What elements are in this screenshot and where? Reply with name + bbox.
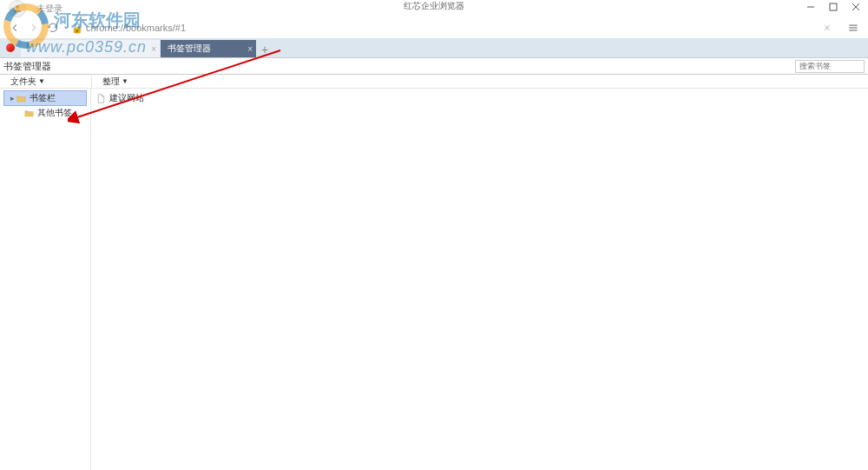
url-input[interactable]: 🔒 chrome://bookmarks/#1 [68, 21, 812, 36]
list-item-label: 建议网站 [109, 92, 144, 104]
tab-close-icon[interactable]: × [247, 44, 253, 54]
manage-label: 整理 [102, 76, 120, 88]
titlebar: 未登录 红芯企业浏览器 [0, 0, 868, 12]
folders-label: 文件夹 [10, 76, 36, 88]
menu-button[interactable] [844, 18, 863, 37]
url-text: chrome://bookmarks/#1 [86, 23, 186, 33]
tree-label: 其他书签 [37, 107, 72, 119]
folder-icon [24, 109, 34, 117]
bookmark-list: 建议网站 [91, 89, 868, 470]
close-button[interactable] [851, 2, 861, 12]
chevron-down-icon: ▼ [122, 77, 128, 85]
document-icon [96, 94, 106, 103]
user-avatar[interactable] [9, 0, 26, 17]
security-icon: 🔒 [71, 23, 83, 33]
chevron-down-icon: ▼ [38, 77, 45, 85]
tab-bookmarks-manager[interactable]: 书签管理器 × [161, 40, 256, 57]
user-icon [12, 3, 23, 14]
folders-dropdown[interactable]: 文件夹 ▼ [10, 76, 91, 88]
tab-blank[interactable]: × [21, 40, 160, 57]
minimize-button[interactable] [806, 2, 816, 12]
home-icon [6, 43, 15, 52]
tree-item-bookmarks-bar[interactable]: ▸ 书签栏 [3, 90, 87, 106]
folder-tree: ▸ 书签栏 其他书签 [0, 89, 91, 470]
svg-point-4 [16, 5, 19, 9]
page-title: 书签管理器 [3, 60, 51, 73]
tab-bar: × 书签管理器 × + [0, 38, 868, 57]
search-input[interactable] [795, 60, 865, 73]
content-area: ▸ 书签栏 其他书签 建议网站 [0, 89, 868, 470]
new-tab-button[interactable]: + [257, 42, 273, 57]
folder-icon [16, 95, 26, 103]
address-bar-row: 🔒 chrome://bookmarks/#1 [0, 17, 868, 38]
toolbar-row: 文件夹 ▼ 整理 ▼ [0, 75, 868, 89]
list-item[interactable]: 建议网站 [96, 90, 863, 106]
home-button[interactable] [0, 38, 21, 57]
subheader: 书签管理器 [0, 57, 868, 75]
expand-icon[interactable]: ▸ [8, 94, 16, 103]
svg-rect-6 [830, 3, 837, 10]
window-title: 红芯企业浏览器 [404, 0, 464, 12]
forward-button[interactable] [24, 18, 43, 37]
tab-close-icon[interactable]: × [151, 44, 156, 54]
tree-item-other-bookmarks[interactable]: 其他书签 [12, 106, 87, 120]
reload-button[interactable] [43, 18, 62, 37]
extension-button[interactable] [818, 18, 837, 37]
manage-dropdown[interactable]: 整理 ▼ [102, 76, 128, 88]
tab-label: 书签管理器 [168, 43, 211, 55]
login-status: 未登录 [36, 3, 62, 15]
back-button[interactable] [5, 18, 24, 37]
maximize-button[interactable] [828, 2, 838, 12]
tree-label: 书签栏 [30, 92, 56, 104]
